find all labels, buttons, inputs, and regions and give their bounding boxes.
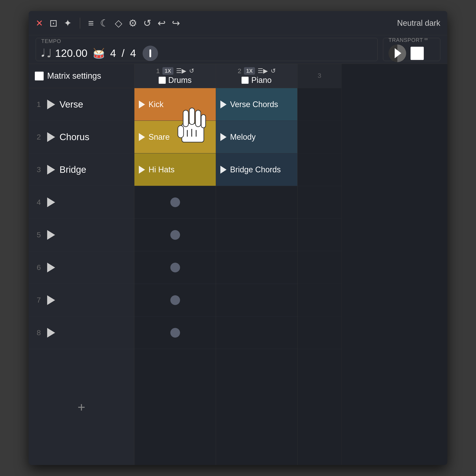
clip-dot-5-drums xyxy=(170,230,180,240)
clip-bridge-chords[interactable]: Bridge Chords xyxy=(216,153,297,186)
track-stop-drums[interactable] xyxy=(159,77,166,84)
clip-name-melody: Melody xyxy=(230,133,256,142)
clip-name-verse-chords: Verse Chords xyxy=(230,100,278,109)
expand-icon[interactable]: ⊡ xyxy=(49,17,57,29)
metronome-icon2: ♩ xyxy=(47,47,52,60)
clip-empty-7-3[interactable] xyxy=(298,284,341,316)
scene-row-2: 2 Chorus xyxy=(29,121,134,153)
tempo-label: Tempo xyxy=(41,38,61,44)
clip-play-kick[interactable] xyxy=(139,101,145,108)
track-header-top-drums: 1 1X ☰▶ ↺ xyxy=(137,67,214,75)
track-header-drums: 1 1X ☰▶ ↺ Drums xyxy=(135,64,216,88)
close-icon[interactable]: ✕ xyxy=(36,18,43,28)
scene-name-3[interactable]: Bridge xyxy=(60,164,86,175)
track-undo-icon-piano[interactable]: ↺ xyxy=(271,67,276,74)
clip-empty-7-drums[interactable] xyxy=(135,284,216,316)
track-undo-icon-drums[interactable]: ↺ xyxy=(189,67,194,74)
scene-play-8[interactable] xyxy=(47,328,55,338)
settings-icon[interactable]: ⚙ xyxy=(128,17,137,29)
clip-play-verse-chords[interactable] xyxy=(220,101,226,108)
add-scene-button[interactable]: + xyxy=(73,398,90,416)
matrix-settings-label[interactable]: Matrix settings xyxy=(47,71,101,81)
undo-icon[interactable]: ↩ xyxy=(158,17,166,29)
track-header-3: 3 xyxy=(298,64,341,88)
clip-dot-4-drums xyxy=(170,197,180,207)
scene-number-8: 8 xyxy=(35,328,43,337)
clip-empty-7-piano[interactable] xyxy=(216,284,297,316)
clip-empty-4-piano[interactable] xyxy=(216,186,297,219)
scene-row-6: 6 xyxy=(29,251,134,284)
track-edit-icon-drums[interactable]: ☰▶ xyxy=(176,67,187,74)
clip-empty-3-3[interactable] xyxy=(298,153,341,186)
clip-play-bridge-chords[interactable] xyxy=(220,166,226,174)
transport-bar: Tempo 𝅘𝅥 ♩ 120.00 🥁 4 / 4 Transport ∞ xyxy=(29,35,447,64)
scenes-panel: Matrix settings 1 Verse 2 Chorus 3 Bridg… xyxy=(29,64,135,465)
scene-number-4: 4 xyxy=(35,198,43,206)
clip-empty-4-drums[interactable] xyxy=(135,186,216,219)
scene-number-7: 7 xyxy=(35,296,43,304)
scene-row-4: 4 xyxy=(29,186,134,219)
scene-play-1[interactable] xyxy=(47,100,55,109)
scene-row-3: 3 Bridge xyxy=(29,153,134,186)
track-column-3: 3 xyxy=(298,64,341,465)
clip-empty-6-drums[interactable] xyxy=(135,251,216,284)
time-signature[interactable]: 4 / 4 xyxy=(110,47,137,59)
badge-1x-drums[interactable]: 1X xyxy=(162,67,173,75)
clip-empty-2-3[interactable] xyxy=(298,121,341,153)
clip-empty-4-3[interactable] xyxy=(298,186,341,219)
clip-kick[interactable]: Kick xyxy=(135,88,216,121)
scene-play-6[interactable] xyxy=(47,263,55,272)
menu-icon[interactable]: ≡ xyxy=(88,18,94,29)
scene-play-3[interactable] xyxy=(47,165,55,174)
play-button[interactable] xyxy=(389,45,406,62)
refresh-icon[interactable]: ↺ xyxy=(143,17,151,29)
stop-small-button[interactable] xyxy=(35,72,44,80)
redo-icon[interactable]: ↪ xyxy=(172,17,180,29)
track-name-drums[interactable]: Drums xyxy=(168,76,192,85)
clip-empty-8-3[interactable] xyxy=(298,316,341,349)
track-column-drums: 1 1X ☰▶ ↺ Drums Kick xyxy=(135,64,216,465)
clip-empty-5-piano[interactable] xyxy=(216,219,297,251)
scene-play-5[interactable] xyxy=(47,230,55,240)
clip-play-snare[interactable] xyxy=(139,133,145,141)
scenes-header: Matrix settings xyxy=(29,64,134,88)
track-stop-piano[interactable] xyxy=(241,77,249,84)
separator xyxy=(80,18,80,29)
clip-verse-chords[interactable]: Verse Chords xyxy=(216,88,297,121)
clip-empty-8-drums[interactable] xyxy=(135,316,216,349)
scene-play-7[interactable] xyxy=(47,295,55,305)
clip-name-snare: Snare xyxy=(149,133,170,142)
clip-melody[interactable]: Melody xyxy=(216,121,297,153)
scene-row-7: 7 xyxy=(29,284,134,316)
scene-play-2[interactable] xyxy=(47,132,55,142)
track-name-row-piano: Piano xyxy=(241,76,272,85)
tempo-section: Tempo 𝅘𝅥 ♩ 120.00 🥁 4 / 4 xyxy=(36,38,378,61)
scene-number-5: 5 xyxy=(35,231,43,239)
scene-name-2[interactable]: Chorus xyxy=(60,132,89,142)
clip-empty-6-3[interactable] xyxy=(298,251,341,284)
clip-empty-5-drums[interactable] xyxy=(135,219,216,251)
scene-row-1: 1 Verse xyxy=(29,88,134,121)
clip-snare[interactable]: Snare xyxy=(135,121,216,153)
scene-name-1[interactable]: Verse xyxy=(60,99,83,110)
clip-empty-1-3[interactable] xyxy=(298,88,341,121)
tempo-value[interactable]: 120.00 xyxy=(55,47,87,59)
metronome-button[interactable] xyxy=(143,46,158,61)
drop-icon[interactable]: ◇ xyxy=(115,17,122,29)
clip-empty-8-piano[interactable] xyxy=(216,316,297,349)
clip-play-melody[interactable] xyxy=(220,133,226,141)
track-name-piano[interactable]: Piano xyxy=(251,76,272,85)
clip-empty-6-piano[interactable] xyxy=(216,251,297,284)
transport-section: Transport ∞ xyxy=(383,38,440,61)
stop-button[interactable] xyxy=(410,47,424,60)
grid-icon[interactable]: ✦ xyxy=(64,17,72,29)
transport-controls xyxy=(389,45,424,62)
scene-play-4[interactable] xyxy=(47,197,55,207)
clip-hihats[interactable]: Hi Hats xyxy=(135,153,216,186)
badge-1x-piano[interactable]: 1X xyxy=(244,67,255,75)
track-edit-icon-piano[interactable]: ☰▶ xyxy=(258,67,268,74)
moon-icon[interactable]: ☾ xyxy=(100,17,109,29)
clip-play-hihats[interactable] xyxy=(139,166,145,174)
clip-empty-5-3[interactable] xyxy=(298,219,341,251)
track-name-row-drums: Drums xyxy=(159,76,192,85)
